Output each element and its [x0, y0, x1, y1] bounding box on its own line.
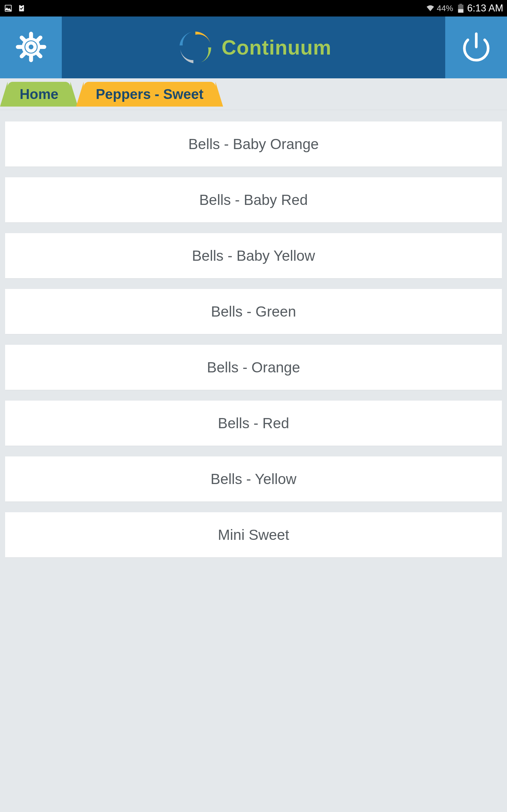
list-item[interactable]: Bells - Orange — [5, 345, 502, 390]
list-item[interactable]: Mini Sweet — [5, 512, 502, 557]
status-time: 6:13 AM — [467, 3, 503, 14]
tab-home[interactable]: Home — [8, 82, 70, 107]
status-left-icons — [4, 4, 26, 13]
power-button[interactable] — [445, 16, 507, 78]
status-bar: 44% 6:13 AM — [0, 0, 507, 16]
clipboard-icon — [17, 4, 26, 13]
wifi-icon — [426, 4, 435, 13]
svg-rect-4 — [458, 9, 464, 13]
tab-category-label: Peppers - Sweet — [96, 86, 204, 102]
list-item-label: Bells - Orange — [207, 359, 300, 376]
battery-percent: 44% — [437, 3, 453, 13]
breadcrumb: Home Peppers - Sweet — [0, 78, 507, 110]
svg-point-8 — [27, 43, 35, 50]
list-item[interactable]: Bells - Baby Orange — [5, 121, 502, 166]
item-list: Bells - Baby Orange Bells - Baby Red Bel… — [0, 110, 507, 569]
header-title-area: Continuum — [62, 28, 445, 67]
list-item-label: Bells - Baby Orange — [188, 136, 319, 153]
app-header: Continuum — [0, 16, 507, 78]
app-logo-icon — [176, 28, 215, 67]
list-item-label: Bells - Yellow — [210, 470, 296, 488]
status-right: 44% 6:13 AM — [426, 3, 503, 14]
list-item-label: Bells - Baby Red — [199, 191, 308, 208]
gear-icon — [15, 31, 47, 64]
list-item[interactable]: Bells - Green — [5, 289, 502, 334]
list-item[interactable]: Bells - Yellow — [5, 456, 502, 502]
svg-rect-5 — [459, 4, 462, 5]
power-icon — [460, 31, 492, 64]
list-item-label: Mini Sweet — [218, 526, 289, 543]
list-item[interactable]: Bells - Baby Yellow — [5, 233, 502, 278]
list-item[interactable]: Bells - Red — [5, 401, 502, 446]
list-item-label: Bells - Red — [218, 415, 289, 432]
battery-icon — [456, 4, 465, 13]
list-item[interactable]: Bells - Baby Red — [5, 177, 502, 222]
app-title: Continuum — [222, 36, 331, 59]
tab-home-label: Home — [20, 86, 58, 102]
image-icon — [4, 4, 13, 13]
svg-rect-1 — [19, 5, 24, 11]
list-item-label: Bells - Green — [211, 303, 296, 320]
tab-category[interactable]: Peppers - Sweet — [83, 82, 216, 107]
svg-rect-2 — [20, 4, 23, 6]
settings-button[interactable] — [0, 16, 62, 78]
list-item-label: Bells - Baby Yellow — [192, 247, 315, 264]
